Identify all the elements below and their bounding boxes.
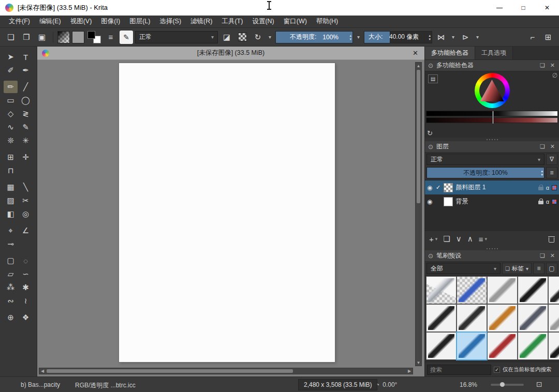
layer-row-background[interactable]: ◉ 背景 α bbox=[425, 194, 559, 208]
tool-icon[interactable]: ❊ bbox=[4, 134, 18, 147]
brush-settings-button[interactable]: ≡ bbox=[104, 31, 117, 44]
layer-properties-caret-icon[interactable]: ▾ bbox=[484, 236, 487, 242]
brush-preset-tile[interactable] bbox=[488, 305, 517, 331]
mirror-horizontal-caret-icon[interactable]: ▾ bbox=[450, 31, 457, 44]
grid-view-button[interactable]: ▢ bbox=[546, 263, 557, 274]
tool-icon[interactable]: ➤ bbox=[4, 51, 18, 63]
duplicate-layer-button[interactable]: ❏ bbox=[443, 234, 450, 244]
tool-icon[interactable]: ✱ bbox=[19, 281, 33, 294]
brush-preset-tile[interactable] bbox=[457, 333, 487, 359]
tool-icon[interactable]: ◯ bbox=[19, 94, 33, 107]
brush-preset-tile[interactable] bbox=[426, 277, 456, 304]
mirror-horizontal-button[interactable]: ⋈ bbox=[434, 31, 448, 44]
blend-mode-dropdown[interactable]: 正常 ▾ bbox=[135, 31, 218, 43]
menu-item[interactable]: 设置(N) bbox=[247, 17, 278, 26]
menu-item[interactable]: 编辑(E) bbox=[35, 17, 66, 26]
layer-visibility-icon[interactable]: ◉ bbox=[427, 198, 432, 205]
brush-preset-tile[interactable] bbox=[488, 277, 517, 304]
layer-opacity-slider[interactable]: 不透明度: 100% ▴▾ bbox=[426, 167, 545, 178]
brush-filter-dropdown[interactable]: 全部 ▾ bbox=[426, 263, 501, 274]
layer-check-icon[interactable]: ✓ bbox=[435, 184, 441, 191]
delete-layer-button[interactable] bbox=[548, 236, 555, 243]
tool-icon[interactable]: ◇ bbox=[4, 108, 18, 120]
gradient-swatch[interactable] bbox=[57, 31, 70, 43]
canvas-rotation[interactable]: ◔ 0.00° bbox=[376, 381, 397, 388]
tool-icon[interactable]: ≷ bbox=[19, 108, 33, 120]
tool-icon[interactable]: ◎ bbox=[19, 208, 33, 220]
docker-resize-grip[interactable] bbox=[425, 138, 559, 141]
menu-item[interactable]: 图层(L) bbox=[125, 17, 155, 26]
brush-preset-tile[interactable] bbox=[518, 277, 548, 304]
menu-item[interactable]: 视图(V) bbox=[66, 17, 97, 26]
shade-selector[interactable] bbox=[426, 111, 558, 124]
foreground-background-colors[interactable] bbox=[86, 31, 102, 44]
move-layer-down-button[interactable]: ∨ bbox=[456, 234, 462, 244]
docker-tab[interactable]: 多功能拾色器 bbox=[425, 47, 475, 59]
tool-icon[interactable]: ▭ bbox=[4, 94, 18, 107]
move-layer-up-button[interactable]: ∧ bbox=[467, 234, 473, 244]
layer-properties-button[interactable]: ≡ bbox=[479, 235, 483, 244]
tool-icon[interactable]: ∾ bbox=[4, 295, 18, 307]
vertical-scrollbar[interactable]: ▲ ▼ bbox=[415, 62, 422, 366]
tool-icon[interactable]: ∿ bbox=[4, 121, 18, 133]
menu-item[interactable]: 选择(S) bbox=[155, 17, 186, 26]
brush-preset-tile[interactable] bbox=[518, 305, 548, 331]
add-layer-caret-icon[interactable]: ▾ bbox=[435, 236, 438, 242]
tool-icon[interactable]: ⌖ bbox=[4, 224, 18, 237]
tool-icon[interactable]: ▱ bbox=[4, 268, 18, 280]
reload-preset-button[interactable]: ↻ bbox=[251, 31, 264, 44]
float-docker-icon[interactable]: ❏ bbox=[539, 252, 546, 259]
tool-icon[interactable]: ✐ bbox=[4, 64, 18, 77]
tool-icon[interactable]: ≀ bbox=[19, 295, 33, 307]
scroll-left-icon[interactable]: ◀ bbox=[39, 368, 46, 374]
tool-icon[interactable]: ╲ bbox=[19, 181, 33, 193]
subwindow-close-button[interactable]: ✕ bbox=[413, 49, 418, 57]
tool-icon[interactable]: ✂ bbox=[19, 194, 33, 207]
tool-icon[interactable]: ⁂ bbox=[4, 281, 18, 294]
color-profile[interactable]: RGB/透明度 ...btrc.icc bbox=[75, 381, 136, 390]
pattern-swatch[interactable] bbox=[72, 31, 84, 43]
no-color-icon[interactable]: ∅ bbox=[552, 72, 557, 79]
docker-tab[interactable]: 工具选项 bbox=[475, 47, 513, 59]
brush-presets-header[interactable]: ⊙ 笔刷预设 ❏ ✕ bbox=[425, 250, 559, 262]
tool-icon[interactable]: ⊞ bbox=[4, 151, 18, 163]
save-button[interactable]: ▣ bbox=[35, 31, 49, 44]
float-docker-icon[interactable]: ❏ bbox=[539, 143, 546, 150]
workspace-chooser-button[interactable]: ⊞ bbox=[541, 31, 555, 44]
menu-item[interactable]: 文件(F) bbox=[4, 17, 35, 26]
close-docker-icon[interactable]: ✕ bbox=[549, 252, 556, 259]
tool-icon[interactable]: ∽ bbox=[19, 268, 33, 280]
brush-preset-tile[interactable] bbox=[549, 277, 559, 304]
open-button[interactable]: ❒ bbox=[20, 31, 33, 44]
close-docker-icon[interactable]: ✕ bbox=[549, 143, 556, 150]
brush-preset-tile[interactable] bbox=[549, 305, 559, 331]
brush-preset-tile[interactable] bbox=[518, 333, 548, 359]
tool-icon[interactable]: ∠ bbox=[19, 224, 33, 237]
scroll-up-icon[interactable]: ▲ bbox=[416, 63, 421, 69]
new-document-button[interactable]: ❏ bbox=[4, 31, 18, 44]
layer-name[interactable]: 背景 bbox=[455, 197, 535, 206]
mirror-vertical-caret-icon[interactable]: ▾ bbox=[474, 31, 481, 44]
maximize-button[interactable]: □ bbox=[511, 0, 535, 16]
vertical-scroll-thumb[interactable] bbox=[417, 70, 420, 203]
foreground-color-swatch[interactable] bbox=[87, 31, 95, 39]
tool-icon[interactable]: ✎ bbox=[19, 121, 33, 133]
tool-icon[interactable]: ╱ bbox=[19, 81, 33, 93]
layer-lock-icon[interactable] bbox=[538, 187, 543, 190]
zoom-slider-knob[interactable] bbox=[500, 382, 505, 387]
layer-blend-mode-dropdown[interactable]: 正常 ▾ bbox=[426, 154, 545, 165]
tool-icon[interactable]: ⊸ bbox=[4, 238, 18, 250]
menu-item[interactable]: 窗口(W) bbox=[279, 17, 312, 26]
layer-filter-button[interactable]: ∇ bbox=[546, 154, 557, 165]
minimize-button[interactable]: — bbox=[488, 0, 511, 16]
opacity-slider[interactable]: 不透明度: 100% ▴▾ bbox=[275, 31, 353, 43]
tool-icon[interactable]: ❖ bbox=[19, 311, 33, 324]
add-layer-button[interactable]: + bbox=[429, 235, 434, 244]
layer-opacity-spinner[interactable]: ▴▾ bbox=[541, 168, 543, 178]
horizontal-scrollbar[interactable]: ◀ ▶ bbox=[39, 368, 413, 374]
size-spinner[interactable]: ▴▾ bbox=[429, 32, 431, 43]
color-selector-header[interactable]: ⊙ 多功能拾色器 ❏ ✕ bbox=[425, 60, 559, 71]
tool-icon[interactable]: ▨ bbox=[4, 194, 18, 207]
zoom-value[interactable]: 16.8% bbox=[460, 381, 477, 388]
menu-item[interactable]: 图像(I) bbox=[96, 17, 125, 26]
